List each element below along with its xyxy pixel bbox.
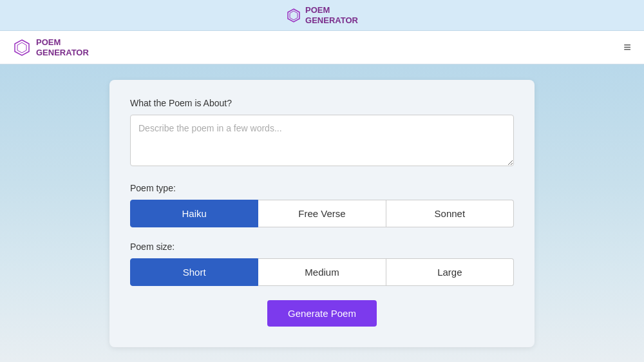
logo-icon-top [286, 8, 301, 23]
poem-size-large[interactable]: Large [386, 258, 514, 286]
poem-type-sonnet[interactable]: Sonnet [386, 200, 514, 227]
secondary-logo: POEM GENERATOR [13, 37, 89, 57]
svg-marker-3 [17, 43, 26, 53]
poem-type-free-verse[interactable]: Free Verse [258, 200, 386, 227]
logo-icon-sec [13, 39, 31, 57]
hamburger-menu-icon[interactable]: ≡ [623, 40, 631, 55]
top-bar: POEM GENERATOR [0, 0, 644, 31]
secondary-logo-text: POEM GENERATOR [36, 37, 89, 57]
poem-type-haiku[interactable]: Haiku [130, 200, 258, 227]
poem-about-input[interactable] [130, 115, 514, 166]
poem-about-label: What the Poem is About? [130, 98, 514, 108]
top-logo-text: POEM GENERATOR [305, 5, 358, 25]
secondary-bar: POEM GENERATOR ≡ [0, 31, 644, 64]
svg-marker-1 [290, 11, 298, 20]
generate-row: Generate Poem [130, 300, 514, 327]
poem-size-medium[interactable]: Medium [258, 258, 386, 286]
poem-type-group: Haiku Free Verse Sonnet [130, 200, 514, 227]
poem-size-short[interactable]: Short [130, 258, 258, 286]
main-content: What the Poem is About? Poem type: Haiku… [0, 64, 644, 362]
top-logo: POEM GENERATOR [286, 5, 358, 25]
poem-size-group: Short Medium Large [130, 258, 514, 286]
poem-type-label: Poem type: [130, 183, 514, 193]
poem-size-label: Poem size: [130, 242, 514, 252]
poem-generator-card: What the Poem is About? Poem type: Haiku… [109, 80, 535, 347]
generate-poem-button[interactable]: Generate Poem [267, 300, 377, 327]
